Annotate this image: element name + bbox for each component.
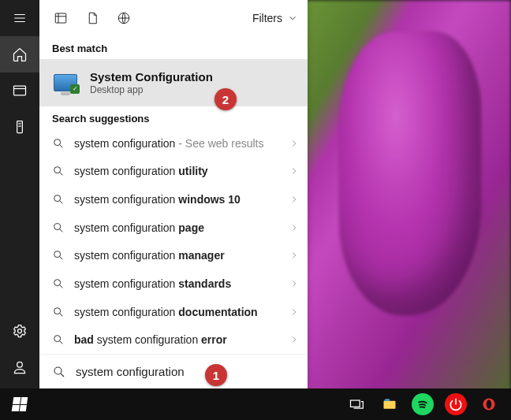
scope-apps-icon[interactable]: [52, 9, 69, 27]
suggestion-label: system configuration page: [74, 221, 279, 234]
search-input[interactable]: [76, 365, 295, 378]
chevron-right-icon: [289, 138, 300, 149]
suggestion-item[interactable]: bad system configuration error: [39, 325, 308, 354]
start-sidebar: [0, 0, 39, 388]
suggestion-item[interactable]: system configuration page: [39, 214, 308, 242]
settings-icon[interactable]: [0, 313, 39, 349]
svg-point-2: [18, 329, 22, 333]
app-browser-icon[interactable]: [0, 72, 39, 109]
suggestion-label: system configuration utility: [74, 165, 279, 177]
svg-rect-0: [14, 86, 26, 95]
svg-point-10: [54, 251, 61, 258]
taskbar: [0, 388, 511, 420]
search-icon: [52, 137, 65, 150]
svg-point-14: [54, 367, 62, 374]
svg-point-3: [17, 362, 23, 367]
scope-documents-icon[interactable]: [84, 9, 101, 27]
search-icon: [52, 249, 65, 262]
suggestion-item[interactable]: system configuration windows 10: [39, 185, 308, 214]
scope-web-icon[interactable]: [115, 9, 132, 27]
svg-point-13: [54, 336, 61, 342]
chevron-down-icon: [287, 13, 298, 24]
svg-rect-15: [351, 400, 360, 407]
suggestion-label: system configuration standards: [74, 277, 279, 290]
suggestion-item[interactable]: system configuration utility: [39, 158, 308, 186]
search-icon: [52, 165, 65, 177]
best-match-result[interactable]: System Configuration Desktop app: [39, 59, 308, 106]
search-header: Filters: [39, 0, 308, 36]
callout-step-2: 2: [214, 88, 237, 110]
search-icon: [52, 221, 65, 234]
search-icon: [52, 365, 66, 379]
app-tower-icon[interactable]: [0, 109, 39, 145]
suggestion-item[interactable]: system configuration manager: [39, 242, 308, 270]
windows-logo-icon: [12, 397, 28, 411]
suggestion-label: system configuration - See web results: [74, 137, 279, 150]
suggestion-item[interactable]: system configuration documentation: [39, 298, 308, 326]
suggestions-list: system configuration - See web resultssy…: [39, 129, 308, 354]
spotify-icon[interactable]: [412, 393, 434, 415]
search-box[interactable]: [39, 354, 308, 388]
suggestion-label: system configuration documentation: [74, 306, 279, 318]
home-icon[interactable]: [0, 36, 39, 72]
chevron-right-icon: [289, 278, 300, 289]
chevron-right-icon: [289, 194, 300, 205]
suggestion-label: system configuration manager: [74, 249, 279, 262]
callout-step-1: 1: [205, 364, 227, 386]
file-explorer-icon[interactable]: [379, 393, 401, 415]
task-view-icon[interactable]: [345, 393, 367, 415]
hamburger-menu-icon[interactable]: [0, 0, 39, 36]
chevron-right-icon: [289, 222, 300, 233]
power-icon[interactable]: [445, 393, 467, 415]
svg-rect-1: [17, 121, 23, 133]
svg-rect-16: [384, 401, 396, 409]
svg-rect-4: [55, 13, 66, 23]
user-icon[interactable]: [0, 349, 39, 385]
chevron-right-icon: [289, 307, 300, 318]
chevron-right-icon: [289, 334, 300, 345]
best-match-subtitle: Desktop app: [90, 84, 213, 95]
best-match-heading: Best match: [39, 36, 308, 59]
filters-label: Filters: [252, 12, 282, 24]
chevron-right-icon: [289, 250, 300, 261]
system-configuration-icon: [52, 69, 79, 96]
suggestion-item[interactable]: system configuration standards: [39, 269, 308, 298]
start-search-panel: Filters Best match System Configuration …: [39, 0, 308, 388]
chevron-right-icon: [289, 165, 300, 177]
svg-point-8: [54, 195, 61, 202]
search-icon: [52, 277, 65, 290]
search-icon: [52, 333, 65, 346]
suggestion-item[interactable]: system configuration - See web results: [39, 129, 308, 158]
suggestion-label: bad system configuration error: [74, 333, 279, 346]
start-button[interactable]: [0, 388, 39, 420]
filters-button[interactable]: Filters: [252, 12, 298, 24]
svg-point-11: [54, 280, 61, 286]
suggestions-heading: Search suggestions: [39, 106, 308, 129]
search-icon: [52, 193, 65, 206]
search-icon: [52, 306, 65, 318]
suggestion-label: system configuration windows 10: [74, 193, 279, 206]
opera-icon[interactable]: [478, 393, 500, 415]
svg-point-12: [54, 307, 61, 314]
svg-point-9: [54, 223, 61, 229]
best-match-title: System Configuration: [90, 70, 213, 84]
svg-point-7: [54, 167, 61, 173]
svg-point-6: [54, 139, 61, 145]
svg-point-18: [487, 400, 492, 409]
